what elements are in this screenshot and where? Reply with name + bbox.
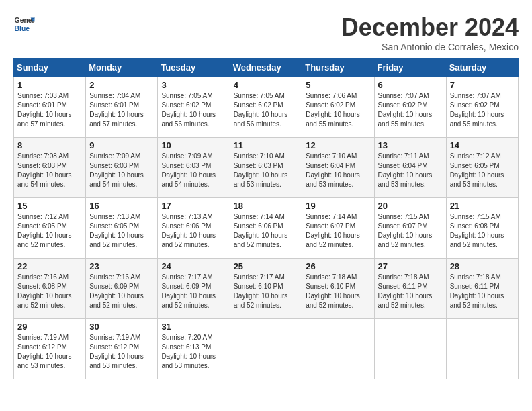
day-number: 22 xyxy=(17,261,82,271)
calendar-header-wednesday: Wednesday xyxy=(230,58,302,77)
day-info: Sunrise: 7:13 AM Sunset: 6:06 PM Dayligh… xyxy=(161,212,226,250)
calendar-header-thursday: Thursday xyxy=(302,58,374,77)
calendar-cell xyxy=(230,319,302,379)
logo-icon: General Blue xyxy=(13,13,35,35)
day-number: 13 xyxy=(378,140,443,150)
day-number: 21 xyxy=(450,201,515,211)
day-info: Sunrise: 7:18 AM Sunset: 6:11 PM Dayligh… xyxy=(450,273,515,310)
day-info: Sunrise: 7:03 AM Sunset: 6:01 PM Dayligh… xyxy=(17,91,82,129)
day-info: Sunrise: 7:16 AM Sunset: 6:09 PM Dayligh… xyxy=(89,273,154,310)
calendar-cell: 15Sunrise: 7:12 AM Sunset: 6:05 PM Dayli… xyxy=(14,198,86,259)
svg-text:Blue: Blue xyxy=(15,25,30,32)
day-info: Sunrise: 7:04 AM Sunset: 6:01 PM Dayligh… xyxy=(89,91,154,129)
calendar-cell: 9Sunrise: 7:09 AM Sunset: 6:03 PM Daylig… xyxy=(86,138,158,198)
calendar-header-saturday: Saturday xyxy=(446,58,518,77)
day-info: Sunrise: 7:05 AM Sunset: 6:02 PM Dayligh… xyxy=(234,91,299,129)
calendar-cell: 21Sunrise: 7:15 AM Sunset: 6:08 PM Dayli… xyxy=(446,198,518,259)
calendar-cell: 12Sunrise: 7:10 AM Sunset: 6:04 PM Dayli… xyxy=(302,138,374,198)
calendar-table: SundayMondayTuesdayWednesdayThursdayFrid… xyxy=(13,58,519,379)
day-number: 30 xyxy=(89,322,154,332)
page-header: General Blue December 2024 San Antonio d… xyxy=(13,13,519,52)
day-number: 15 xyxy=(17,201,82,211)
day-number: 28 xyxy=(450,261,515,271)
calendar-cell: 10Sunrise: 7:09 AM Sunset: 6:03 PM Dayli… xyxy=(158,138,230,198)
day-number: 19 xyxy=(306,201,370,211)
day-info: Sunrise: 7:16 AM Sunset: 6:08 PM Dayligh… xyxy=(17,273,82,310)
day-number: 11 xyxy=(234,140,299,150)
day-info: Sunrise: 7:10 AM Sunset: 6:03 PM Dayligh… xyxy=(234,152,299,189)
calendar-cell: 20Sunrise: 7:15 AM Sunset: 6:07 PM Dayli… xyxy=(374,198,446,259)
day-info: Sunrise: 7:14 AM Sunset: 6:06 PM Dayligh… xyxy=(234,212,299,250)
calendar-cell: 19Sunrise: 7:14 AM Sunset: 6:07 PM Dayli… xyxy=(302,198,374,259)
day-number: 8 xyxy=(17,140,82,150)
day-number: 29 xyxy=(17,322,82,332)
day-number: 24 xyxy=(161,261,226,271)
day-number: 18 xyxy=(234,201,299,211)
calendar-cell: 13Sunrise: 7:11 AM Sunset: 6:04 PM Dayli… xyxy=(374,138,446,198)
calendar-cell: 16Sunrise: 7:13 AM Sunset: 6:05 PM Dayli… xyxy=(86,198,158,259)
day-number: 5 xyxy=(306,80,370,90)
calendar-header-friday: Friday xyxy=(374,58,446,77)
calendar-header-monday: Monday xyxy=(86,58,158,77)
calendar-cell: 1Sunrise: 7:03 AM Sunset: 6:01 PM Daylig… xyxy=(14,77,86,138)
calendar-cell: 6Sunrise: 7:07 AM Sunset: 6:02 PM Daylig… xyxy=(374,77,446,138)
calendar-cell: 11Sunrise: 7:10 AM Sunset: 6:03 PM Dayli… xyxy=(230,138,302,198)
calendar-header-sunday: Sunday xyxy=(14,58,86,77)
calendar-cell: 7Sunrise: 7:07 AM Sunset: 6:02 PM Daylig… xyxy=(446,77,518,138)
day-info: Sunrise: 7:18 AM Sunset: 6:11 PM Dayligh… xyxy=(378,273,443,310)
calendar-cell: 25Sunrise: 7:17 AM Sunset: 6:10 PM Dayli… xyxy=(230,259,302,319)
day-number: 26 xyxy=(306,261,370,271)
location-subtitle: San Antonio de Corrales, Mexico xyxy=(341,42,519,52)
day-number: 9 xyxy=(89,140,154,150)
month-title: December 2024 xyxy=(341,13,519,42)
calendar-cell: 29Sunrise: 7:19 AM Sunset: 6:12 PM Dayli… xyxy=(14,319,86,379)
day-number: 23 xyxy=(89,261,154,271)
day-number: 12 xyxy=(306,140,370,150)
calendar-cell: 31Sunrise: 7:20 AM Sunset: 6:13 PM Dayli… xyxy=(158,319,230,379)
calendar-cell: 28Sunrise: 7:18 AM Sunset: 6:11 PM Dayli… xyxy=(446,259,518,319)
calendar-cell: 27Sunrise: 7:18 AM Sunset: 6:11 PM Dayli… xyxy=(374,259,446,319)
calendar-cell xyxy=(446,319,518,379)
day-number: 7 xyxy=(450,80,515,90)
day-number: 3 xyxy=(161,80,226,90)
day-info: Sunrise: 7:13 AM Sunset: 6:05 PM Dayligh… xyxy=(89,212,154,250)
calendar-cell: 22Sunrise: 7:16 AM Sunset: 6:08 PM Dayli… xyxy=(14,259,86,319)
day-info: Sunrise: 7:08 AM Sunset: 6:03 PM Dayligh… xyxy=(17,152,82,189)
calendar-cell: 3Sunrise: 7:05 AM Sunset: 6:02 PM Daylig… xyxy=(158,77,230,138)
calendar-week-3: 15Sunrise: 7:12 AM Sunset: 6:05 PM Dayli… xyxy=(14,198,519,259)
day-number: 1 xyxy=(17,80,82,90)
calendar-week-4: 22Sunrise: 7:16 AM Sunset: 6:08 PM Dayli… xyxy=(14,259,519,319)
calendar-cell: 2Sunrise: 7:04 AM Sunset: 6:01 PM Daylig… xyxy=(86,77,158,138)
day-info: Sunrise: 7:15 AM Sunset: 6:08 PM Dayligh… xyxy=(450,212,515,250)
day-number: 2 xyxy=(89,80,154,90)
day-info: Sunrise: 7:09 AM Sunset: 6:03 PM Dayligh… xyxy=(161,152,226,189)
calendar-cell: 23Sunrise: 7:16 AM Sunset: 6:09 PM Dayli… xyxy=(86,259,158,319)
calendar-header-row: SundayMondayTuesdayWednesdayThursdayFrid… xyxy=(14,58,519,77)
day-number: 31 xyxy=(161,322,226,332)
calendar-cell: 14Sunrise: 7:12 AM Sunset: 6:05 PM Dayli… xyxy=(446,138,518,198)
day-number: 17 xyxy=(161,201,226,211)
day-info: Sunrise: 7:12 AM Sunset: 6:05 PM Dayligh… xyxy=(450,152,515,189)
calendar-cell xyxy=(374,319,446,379)
logo: General Blue xyxy=(13,13,35,35)
day-number: 4 xyxy=(234,80,299,90)
title-block: December 2024 San Antonio de Corrales, M… xyxy=(341,13,519,52)
day-number: 25 xyxy=(234,261,299,271)
calendar-cell: 30Sunrise: 7:19 AM Sunset: 6:12 PM Dayli… xyxy=(86,319,158,379)
day-info: Sunrise: 7:07 AM Sunset: 6:02 PM Dayligh… xyxy=(450,91,515,129)
day-info: Sunrise: 7:17 AM Sunset: 6:10 PM Dayligh… xyxy=(234,273,299,310)
day-info: Sunrise: 7:15 AM Sunset: 6:07 PM Dayligh… xyxy=(378,212,443,250)
calendar-cell: 5Sunrise: 7:06 AM Sunset: 6:02 PM Daylig… xyxy=(302,77,374,138)
calendar-cell: 8Sunrise: 7:08 AM Sunset: 6:03 PM Daylig… xyxy=(14,138,86,198)
calendar-cell xyxy=(302,319,374,379)
day-number: 6 xyxy=(378,80,443,90)
calendar-cell: 18Sunrise: 7:14 AM Sunset: 6:06 PM Dayli… xyxy=(230,198,302,259)
day-info: Sunrise: 7:10 AM Sunset: 6:04 PM Dayligh… xyxy=(306,152,370,189)
day-info: Sunrise: 7:19 AM Sunset: 6:12 PM Dayligh… xyxy=(17,333,82,371)
calendar-cell: 17Sunrise: 7:13 AM Sunset: 6:06 PM Dayli… xyxy=(158,198,230,259)
calendar-cell: 26Sunrise: 7:18 AM Sunset: 6:10 PM Dayli… xyxy=(302,259,374,319)
calendar-cell: 4Sunrise: 7:05 AM Sunset: 6:02 PM Daylig… xyxy=(230,77,302,138)
day-number: 16 xyxy=(89,201,154,211)
day-number: 14 xyxy=(450,140,515,150)
day-info: Sunrise: 7:09 AM Sunset: 6:03 PM Dayligh… xyxy=(89,152,154,189)
